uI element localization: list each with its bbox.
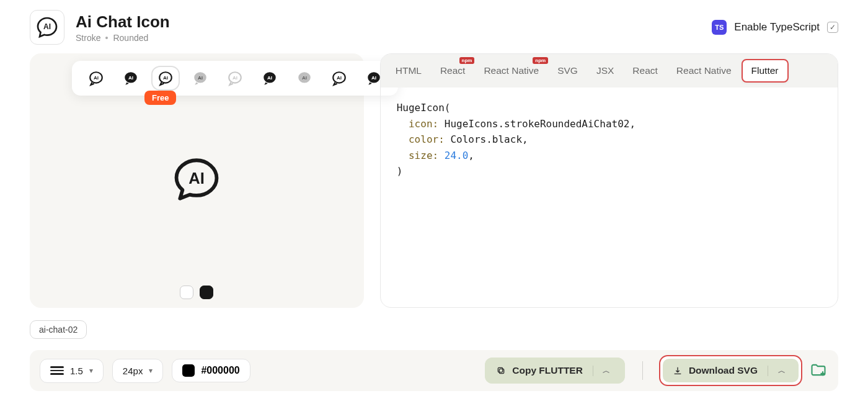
svg-text:AI: AI — [198, 75, 203, 81]
chevron-up-icon: ︿ — [603, 366, 610, 376]
svg-rect-23 — [498, 367, 503, 372]
dot-separator — [105, 37, 108, 39]
swatch-white[interactable] — [180, 286, 193, 299]
variant-duotone[interactable]: AI — [222, 67, 248, 89]
typescript-label: Enable TypeScript — [734, 21, 820, 34]
svg-text:AI: AI — [94, 75, 99, 81]
svg-rect-22 — [500, 369, 504, 373]
variant-stroke-2[interactable]: AI — [326, 67, 352, 89]
large-preview-icon: AI — [171, 154, 222, 207]
swatch-black[interactable] — [200, 286, 213, 299]
code-panel: HTML Reactnpm React Nativenpm SVG JSX Re… — [380, 53, 838, 308]
icon-logo: AI — [30, 10, 64, 45]
variants-bar: AI AI AI AI AI AI AI AI — [72, 61, 398, 96]
svg-text:AI: AI — [267, 75, 272, 81]
divider — [642, 361, 643, 380]
bottom-toolbar: 1.5 ▾ 24px ▾ #000000 Copy FLUTTER ︿ Down… — [30, 350, 838, 391]
page-title: Ai Chat Icon — [76, 12, 170, 32]
svg-text:AI: AI — [371, 75, 376, 81]
svg-text:AI: AI — [337, 75, 342, 81]
stroke-width-select[interactable]: 1.5 ▾ — [40, 359, 104, 383]
color-hex: #000000 — [201, 365, 239, 376]
meta-rounded: Rounded — [113, 33, 148, 43]
svg-text:AI: AI — [163, 75, 168, 81]
tab-react-2[interactable]: React — [624, 60, 666, 81]
variant-twotone[interactable]: AI — [291, 67, 317, 89]
copy-button-group: Copy FLUTTER ︿ — [485, 358, 625, 384]
download-dropdown[interactable]: ︿ — [768, 366, 789, 376]
code-snippet: HugeIcon( icon: HugeIcons.strokeRoundedA… — [381, 88, 838, 307]
stroke-lines-icon — [50, 366, 64, 375]
download-icon — [673, 366, 683, 376]
color-swatches — [180, 286, 213, 299]
tab-react-native-2[interactable]: React Native — [668, 60, 740, 81]
size-select[interactable]: 24px ▾ — [112, 359, 164, 383]
tab-react-native[interactable]: React Nativenpm — [475, 60, 547, 81]
variant-solid[interactable]: AI — [118, 67, 144, 89]
variant-stroke[interactable]: AI — [83, 67, 109, 89]
typescript-badge: TS — [712, 20, 727, 35]
ai-chat-icon: AI — [36, 16, 58, 38]
variant-stroke-rounded[interactable]: AI — [153, 67, 179, 89]
free-badge: Free — [144, 91, 176, 105]
variant-solid-2[interactable]: AI — [257, 67, 283, 89]
color-picker[interactable]: #000000 — [172, 359, 250, 382]
copy-code-icon[interactable] — [810, 99, 825, 114]
preview-panel: AI AI AI AI AI AI AI AI — [30, 53, 364, 308]
chevron-down-icon: ▾ — [149, 366, 153, 375]
variant-bulk[interactable]: AI — [187, 67, 213, 89]
color-chip — [182, 364, 195, 377]
download-button-group: Download SVG ︿ — [660, 356, 801, 385]
svg-text:AI: AI — [128, 75, 133, 81]
code-tabs: HTML Reactnpm React Nativenpm SVG JSX Re… — [381, 54, 838, 88]
svg-text:AI: AI — [189, 169, 205, 187]
copy-dropdown[interactable]: ︿ — [593, 366, 614, 376]
add-to-collection-icon[interactable] — [810, 361, 828, 380]
copy-flutter-button[interactable]: Copy FLUTTER ︿ — [485, 358, 625, 384]
npm-badge: npm — [459, 57, 475, 64]
chevron-up-icon: ︿ — [778, 366, 786, 376]
copy-icon — [496, 366, 506, 376]
download-svg-button[interactable]: Download SVG ︿ — [663, 359, 799, 382]
meta-stroke: Stroke — [76, 33, 100, 43]
svg-text:AI: AI — [302, 75, 307, 81]
tab-flutter[interactable]: Flutter — [742, 59, 789, 83]
npm-badge: npm — [533, 57, 548, 64]
svg-text:AI: AI — [43, 22, 51, 31]
svg-text:AI: AI — [232, 75, 237, 81]
tab-react[interactable]: Reactnpm — [432, 60, 474, 81]
tab-html[interactable]: HTML — [387, 60, 430, 81]
chevron-down-icon: ▾ — [89, 366, 93, 375]
icon-tag[interactable]: ai-chat-02 — [30, 320, 87, 339]
tab-svg[interactable]: SVG — [549, 60, 587, 81]
typescript-checkbox[interactable]: ✓ — [827, 22, 838, 33]
tab-jsx[interactable]: JSX — [588, 60, 622, 81]
